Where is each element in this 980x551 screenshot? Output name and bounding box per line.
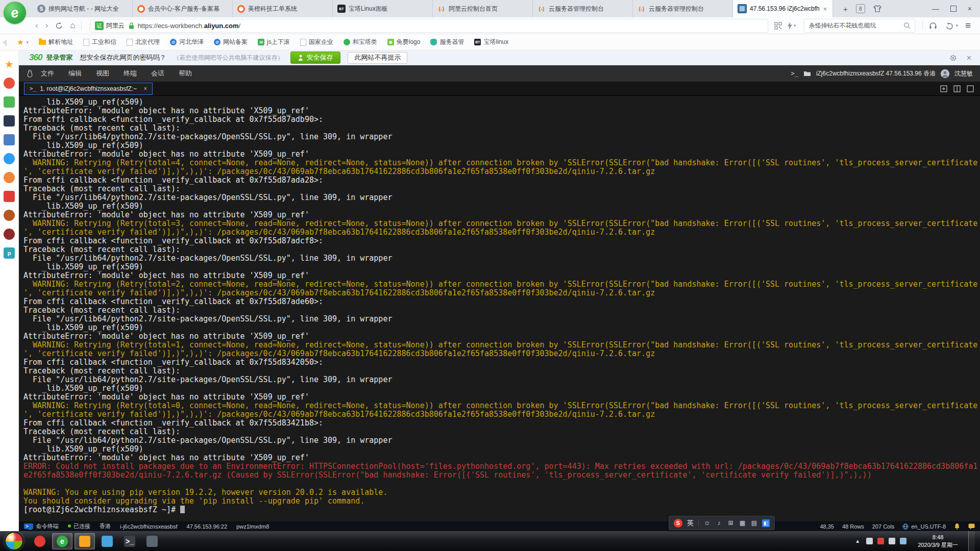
menu-视图[interactable]: 视图 [96, 69, 109, 78]
browser-tab[interactable]: (-)阿里云控制台首页 [433, 0, 533, 17]
menu-会话[interactable]: 会话 [151, 69, 164, 78]
sidebar-toggle-icon[interactable]: ‹| [3, 39, 7, 46]
status-terminal-type[interactable]: >_ 命令终端 [24, 522, 59, 530]
browser-tab[interactable]: (-)云服务器管理控制台 [533, 0, 633, 17]
new-tab-button[interactable]: + [843, 5, 848, 13]
terminal-tab[interactable]: >_ 1. root@iZj6c2wcbfhiznsxeasbsfZ:~ × [24, 83, 153, 95]
browser-tab[interactable]: BT宝塔Linux面板 [333, 0, 433, 17]
app-dark-icon[interactable] [4, 115, 15, 127]
menu-终端[interactable]: 终端 [124, 69, 137, 78]
ime-language-indicator[interactable]: 英 [687, 518, 694, 528]
bookmark-item[interactable]: 北京代理 [127, 38, 160, 46]
menu-文件[interactable]: 文件 [41, 69, 54, 78]
menu-帮助[interactable]: 帮助 [179, 69, 192, 78]
files-app-icon[interactable] [75, 533, 95, 549]
forward-icon[interactable]: › [45, 20, 48, 31]
cert-badge[interactable]: 证 [95, 21, 104, 30]
fullscreen-icon[interactable] [967, 85, 974, 92]
terminal-app-icon[interactable]: >_ [119, 533, 140, 549]
search-icon[interactable] [903, 22, 911, 29]
save-password-button[interactable]: 安全保存 [290, 52, 340, 64]
bell-icon[interactable] [954, 523, 960, 530]
input-indicator-icon[interactable] [866, 538, 873, 544]
bookmark-item[interactable]: 国家企业 [300, 38, 333, 46]
antivirus-app-icon[interactable] [30, 533, 50, 549]
notes-icon[interactable] [4, 96, 15, 108]
player-icon[interactable]: p [4, 247, 15, 259]
dismiss-site-button[interactable]: 此网站不再提示 [348, 52, 407, 64]
bookmark-item[interactable]: @网站备案 [214, 38, 248, 46]
editor-app-icon[interactable] [97, 533, 117, 549]
shop-icon[interactable] [4, 191, 15, 202]
menu-hamburger-icon[interactable]: ≡ [965, 20, 971, 31]
terminal-output[interactable]: _lib.X509_up_ref(x509)AttributeError: 'm… [19, 96, 980, 521]
tab-count-badge[interactable]: 8 [856, 4, 865, 13]
favorites-star[interactable]: ★▾ [17, 38, 29, 47]
media-icon[interactable] [4, 229, 15, 240]
refresh-icon[interactable] [55, 22, 63, 30]
tab-close-icon[interactable]: × [822, 5, 828, 13]
start-button[interactable] [5, 532, 23, 550]
browser-tab[interactable]: (-)云服务器管理控制台 [633, 0, 733, 17]
favorites-star-icon[interactable]: ★ [4, 59, 15, 70]
minimize-button[interactable]: — [932, 5, 939, 13]
sogou-ime-bar[interactable]: S 英 ☺♪⊞▦▤◧ [669, 516, 775, 530]
tools-app-icon[interactable] [142, 533, 162, 549]
browser-app-icon[interactable]: e [52, 533, 72, 549]
bookmark-item[interactable]: 16js上下滚 [258, 38, 290, 46]
security-tray-icon[interactable] [877, 538, 884, 544]
bookmark-item[interactable]: ▦免费logo [387, 38, 421, 46]
split-pane-icon[interactable] [953, 85, 961, 92]
home-icon[interactable]: ⌂ [70, 20, 75, 31]
terminal-prompt-icon[interactable]: >_ [791, 70, 798, 77]
memo-icon[interactable] [4, 134, 15, 145]
close-button[interactable]: × [968, 5, 972, 13]
browser-tab[interactable]: 会员中心-客户服务-备案幕 [133, 0, 233, 17]
bookmark-item[interactable]: 和宝塔类 [344, 38, 377, 46]
new-terminal-icon[interactable] [940, 85, 947, 92]
skin-icon[interactable]: ◧ [762, 519, 770, 527]
clipboard-icon[interactable]: ▤ [750, 519, 758, 527]
volume-icon[interactable] [889, 538, 895, 544]
encoding-indicator[interactable]: en_US.UTF-8 [902, 523, 946, 530]
camera-icon[interactable] [4, 172, 15, 183]
history-caret-icon[interactable]: ▾ [955, 23, 958, 28]
show-desktop-button[interactable] [968, 531, 975, 551]
close-bar-icon[interactable]: ✕ [966, 54, 972, 62]
skin-shirt-icon[interactable] [873, 5, 881, 12]
cloud-icon[interactable] [4, 153, 15, 164]
sogou-logo-icon[interactable]: S [674, 519, 682, 528]
bookmark-item[interactable]: 解析地址 [39, 38, 73, 46]
hidden-icons-caret[interactable]: ▲ [855, 538, 860, 544]
headset-help-icon[interactable] [929, 22, 937, 30]
network-icon[interactable] [900, 538, 906, 544]
bookmark-item[interactable]: BT宝塔linux [474, 38, 508, 46]
extensions-caret-icon[interactable]: ▾ [794, 23, 796, 28]
terminal-tab-close-icon[interactable]: × [143, 85, 147, 92]
browser-tab[interactable]: 美橙科技工单系统 [233, 0, 333, 17]
search-box[interactable]: 杀怪掉钻石不花钱也能玩 [804, 19, 915, 33]
keyboard-icon[interactable]: ⊞ [727, 519, 734, 527]
browser-tab[interactable]: 47.56.153.96 iZj6c2wcbfh× [733, 0, 833, 17]
toolbox-icon[interactable]: ▦ [739, 519, 746, 527]
taskbar-clock[interactable]: 8:48 2020/3/9 星期一 [918, 534, 958, 548]
bookmark-item[interactable]: 服务器管 [430, 38, 464, 46]
user-avatar[interactable] [941, 69, 949, 78]
back-icon[interactable]: ‹ [35, 20, 38, 31]
browser-tab[interactable]: S搜狗网址导航 - - 网址大全 [33, 0, 133, 17]
user-name[interactable]: 沈慧敏 [954, 69, 973, 78]
undo-history-icon[interactable] [945, 22, 953, 30]
quick-clip-icon[interactable] [4, 78, 15, 89]
gear-icon[interactable] [949, 54, 957, 62]
maximize-button[interactable] [950, 6, 957, 12]
menu-编辑[interactable]: 编辑 [68, 69, 82, 78]
bookmark-item[interactable]: @河北华泽 [170, 38, 204, 46]
game-icon[interactable] [4, 210, 15, 221]
browser-logo[interactable]: e [4, 2, 26, 24]
extensions-lightning-icon[interactable] [787, 22, 793, 30]
feedback-chat-icon[interactable] [968, 523, 975, 530]
qr-code-icon[interactable] [774, 22, 782, 30]
bookmark-item[interactable]: 工业和信 [83, 38, 116, 46]
mic-icon[interactable]: ♪ [715, 519, 723, 527]
folder-icon[interactable] [803, 70, 811, 77]
